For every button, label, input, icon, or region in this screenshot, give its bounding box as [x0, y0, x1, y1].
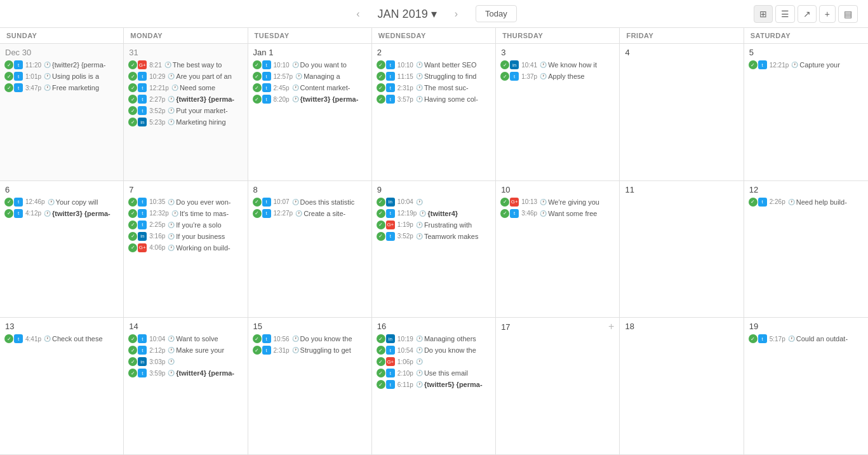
list-item[interactable]: ✓ t 10:54 🕐 Do you know the [375, 345, 493, 355]
list-view-button[interactable]: ☰ [775, 5, 795, 23]
event-time: 2:10p [397, 370, 413, 377]
clock-icon: 🕐 [168, 222, 175, 228]
list-item[interactable]: ✓ t 2:25p 🕐 If you're a solo [126, 220, 244, 230]
list-item[interactable]: ✓ t 6:11p 🕐 {twitter5} {perma- [375, 379, 493, 390]
prev-button[interactable]: ‹ [351, 6, 364, 22]
list-item[interactable]: ✓ G+ 1:06p 🕐 [375, 357, 493, 367]
list-item[interactable]: ✓ t 12:19p 🕐 {twitter4} [375, 208, 493, 219]
event-time: 12:32p [149, 210, 169, 217]
list-item[interactable]: ✓ t 3:52p 🕐 Put your market- [126, 105, 244, 116]
clock-icon: 🕐 [292, 336, 299, 342]
event-time: 2:25p [149, 221, 165, 228]
list-item[interactable]: ✓ t 11:20 🕐 {twitter2} {perma- [3, 60, 121, 70]
check-icon: ✓ [253, 346, 262, 355]
sidebar-button[interactable]: ▤ [838, 5, 858, 23]
event-time: 12:46p [25, 198, 45, 205]
twitter-icon: t [758, 198, 767, 207]
list-item[interactable]: ✓ t 10:04 🕐 Want to solve [126, 334, 244, 344]
day-jan1: Jan 1 ✓ t 10:10 🕐 Do you want to ✓ t 12: [248, 44, 372, 181]
list-item[interactable]: ✓ t 2:45p 🕐 Content market- [251, 83, 369, 93]
add-button[interactable]: + [819, 5, 836, 23]
list-item[interactable]: ✓ t 12:21p 🕐 Capture your [747, 60, 865, 70]
event-time: 10:56 [274, 336, 290, 343]
list-item[interactable]: ✓ G+ 1:19p 🕐 Frustrating with [375, 220, 493, 230]
list-item[interactable]: ✓ t 3:52p 🕐 Teamwork makes [375, 231, 493, 241]
clock-icon: 🕐 [292, 62, 299, 68]
list-item[interactable]: ✓ t 2:27p 🕐 {twitter3} {perma- [126, 94, 244, 104]
today-button[interactable]: Today [476, 5, 517, 22]
list-item[interactable]: ✓ t 2:26p 🕐 Need help build- [747, 197, 865, 207]
event-time: 6:11p [397, 381, 413, 388]
add-event-button[interactable]: + [608, 322, 614, 332]
calendar-header: ‹ JAN 2019 ▾ › Today ⊞ ☰ ↗ + ▤ [0, 0, 868, 28]
list-item[interactable]: ✓ t 10:10 🕐 Want better SEO [375, 60, 493, 70]
list-item[interactable]: ✓ t 2:12p 🕐 Make sure your [126, 345, 244, 355]
twitter-icon: t [386, 346, 395, 355]
check-icon: ✓ [253, 95, 262, 104]
list-item[interactable]: ✓ t 12:57p 🕐 Managing a [251, 71, 369, 81]
event-text: Are you part of an [176, 72, 231, 80]
list-item[interactable]: ✓ t 12:27p 🕐 Create a site- [251, 208, 369, 219]
list-item[interactable]: ✓ t 2:31p 🕐 Struggling to get [251, 345, 369, 355]
share-button[interactable]: ↗ [798, 5, 817, 23]
month-title[interactable]: JAN 2019 ▾ [378, 7, 437, 21]
list-item[interactable]: ✓ t 10:10 🕐 Do you want to [251, 60, 369, 70]
list-item[interactable]: ✓ t 12:46p 🕐 Your copy will [3, 197, 121, 207]
list-item[interactable]: ✓ t 3:59p 🕐 {twitter4} {perma- [126, 368, 244, 378]
list-item[interactable]: ✓ t 8:20p 🕐 {twitter3} {perma- [251, 94, 369, 104]
list-item[interactable]: ✓ t 10:07 🕐 Does this statistic [251, 197, 369, 207]
list-item[interactable]: ✓ t 3:47p 🕐 Free marketing [3, 83, 121, 93]
event-text: Make sure your [176, 346, 224, 354]
list-item[interactable]: ✓ t 3:57p 🕐 Having some col- [375, 94, 493, 104]
list-item[interactable]: ✓ t 1:01p 🕐 Using polis is a [3, 71, 121, 81]
clock-icon: 🕐 [292, 85, 299, 91]
clock-icon: 🕐 [168, 370, 175, 376]
list-item[interactable]: ✓ G+ 10:13 🕐 We're giving you [498, 197, 617, 207]
clock-icon: 🕐 [292, 96, 299, 102]
event-text: {twitter4} {perma- [176, 369, 234, 377]
list-item[interactable]: ✓ t 10:29 🕐 Are you part of an [126, 71, 244, 81]
list-item[interactable]: ✓ t 2:31p 🕐 The most suc- [375, 83, 493, 93]
list-item[interactable]: ✓ t 2:10p 🕐 Use this email [375, 368, 493, 378]
list-item[interactable]: ✓ G+ 4:06p 🕐 Working on build- [126, 243, 244, 253]
list-item[interactable]: ✓ t 10:35 🕐 Do you ever won- [126, 197, 244, 207]
event-text: Do you want to [300, 61, 347, 69]
event-time: 10:29 [149, 73, 165, 80]
event-time: 10:10 [397, 62, 413, 69]
list-item[interactable]: ✓ t 10:56 🕐 Do you know the [251, 334, 369, 344]
list-item[interactable]: ✓ in 10:41 🕐 We know how it [498, 60, 617, 70]
day-number: Jan 1 [251, 48, 369, 57]
list-item[interactable]: ✓ t 1:37p 🕐 Apply these [498, 71, 617, 81]
list-item[interactable]: ✓ in 10:04 🕐 [375, 197, 493, 207]
check-icon: ✓ [128, 209, 137, 218]
event-time: 10:13 [521, 198, 537, 205]
day-jan13: 13 ✓ t 4:41p 🕐 Check out these [0, 318, 124, 455]
list-item[interactable]: ✓ t 5:17p 🕐 Could an outdat- [747, 334, 865, 344]
list-item[interactable]: ✓ in 5:23p 🕐 Marketing hiring [126, 117, 244, 127]
list-item[interactable]: ✓ t 4:12p 🕐 {twitter3} {perma- [3, 208, 121, 219]
check-icon: ✓ [749, 334, 758, 343]
twitter-icon: t [14, 60, 23, 69]
clock-icon: 🕐 [44, 73, 51, 79]
list-item[interactable]: ✓ t 3:46p 🕐 Want some free [498, 208, 617, 219]
check-icon: ✓ [253, 209, 262, 218]
event-text: Need help build- [796, 198, 847, 206]
calendar-view-button[interactable]: ⊞ [754, 5, 773, 23]
list-item[interactable]: ✓ G+ 8:21 🕐 The best way to [126, 60, 244, 70]
list-item[interactable]: ✓ in 3:03p 🕐 [126, 357, 244, 367]
next-button[interactable]: › [450, 6, 463, 22]
check-icon: ✓ [128, 346, 137, 355]
list-item[interactable]: ✓ t 11:15 🕐 Struggling to find [375, 71, 493, 81]
clock-icon: 🕐 [164, 62, 171, 68]
list-item[interactable]: ✓ t 12:21p 🕐 Need some [126, 83, 244, 93]
list-item[interactable]: ✓ in 3:16p 🕐 If your business [126, 231, 244, 241]
event-text: Create a site- [304, 210, 345, 217]
day-jan11: 11 [620, 181, 744, 318]
event-time: 2:12p [149, 347, 165, 354]
list-item[interactable]: ✓ in 10:19 🕐 Managing others [375, 334, 493, 344]
check-icon: ✓ [253, 83, 262, 92]
clock-icon: 🕐 [416, 222, 423, 228]
list-item[interactable]: ✓ t 4:41p 🕐 Check out these [3, 334, 121, 344]
day-dec31: 31 ✓ G+ 8:21 🕐 The best way to ✓ t 10:29 [124, 44, 248, 181]
list-item[interactable]: ✓ t 12:32p 🕐 It's time to mas- [126, 208, 244, 219]
